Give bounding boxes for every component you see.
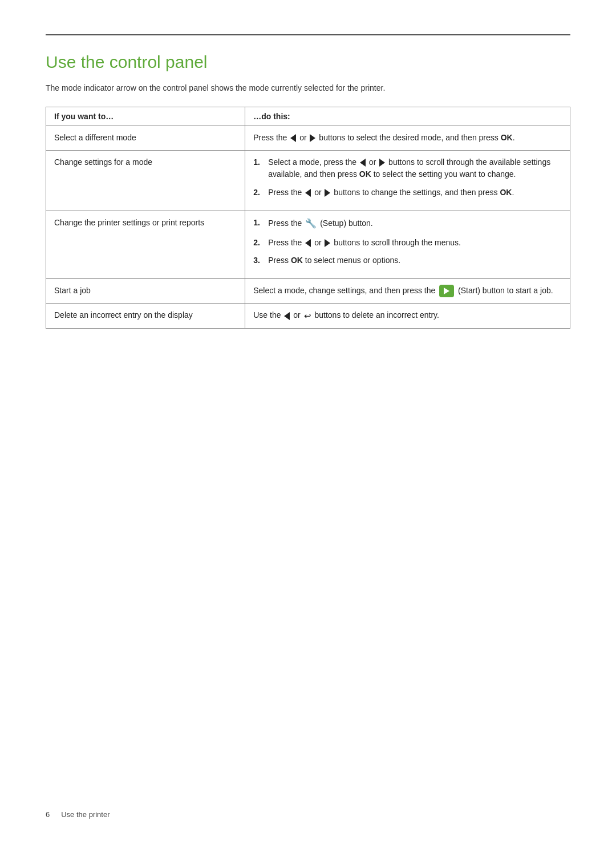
step-number: 3.	[253, 254, 266, 267]
row3-action: Change the printer settings or print rep…	[46, 211, 245, 278]
list-item: 3. Press OK to select menus or options.	[253, 254, 562, 267]
step-text: Press the or buttons to scroll through t…	[268, 237, 461, 249]
list-item: 2. Press the or buttons to scroll throug…	[253, 237, 562, 249]
control-panel-table: If you want to… …do this: Select a diffe…	[46, 107, 570, 329]
row2-description: 1. Select a mode, press the or buttons t…	[245, 150, 570, 211]
right-arrow-icon	[379, 159, 385, 167]
list-item: 1. Press the 🔧 (Setup) button.	[253, 217, 562, 231]
start-play-icon	[444, 288, 449, 294]
table-row: Start a job Select a mode, change settin…	[46, 278, 570, 303]
right-arrow-icon	[325, 189, 330, 197]
table-header-col1: If you want to…	[46, 107, 245, 126]
list-item: 2. Press the or buttons to change the se…	[253, 187, 562, 199]
steps-list: 1. Press the 🔧 (Setup) button. 2. Press …	[253, 217, 562, 267]
left-arrow-icon	[284, 312, 290, 320]
row1-action: Select a different mode	[46, 126, 245, 151]
table-row: Change settings for a mode 1. Select a m…	[46, 150, 570, 211]
page-footer: 6 Use the printer	[46, 810, 110, 819]
right-arrow-icon	[310, 134, 315, 142]
step-number: 2.	[253, 237, 266, 249]
row5-description: Use the or ↩ buttons to delete an incorr…	[245, 304, 570, 329]
steps-list: 1. Select a mode, press the or buttons t…	[253, 156, 562, 199]
row4-action: Start a job	[46, 278, 245, 303]
start-button-icon	[439, 285, 454, 297]
right-arrow-icon	[325, 239, 330, 247]
table-header-col2: …do this:	[245, 107, 570, 126]
step-text: Select a mode, press the or buttons to s…	[268, 156, 562, 181]
footer-label: Use the printer	[61, 810, 110, 819]
step-number: 1.	[253, 156, 266, 169]
table-row: Change the printer settings or print rep…	[46, 211, 570, 278]
step-text: Press the 🔧 (Setup) button.	[268, 217, 373, 231]
row4-description: Select a mode, change settings, and then…	[245, 278, 570, 303]
undo-arrow-icon: ↩	[304, 309, 311, 322]
table-row: Select a different mode Press the or but…	[46, 126, 570, 151]
row1-description: Press the or buttons to select the desir…	[245, 126, 570, 151]
intro-text: The mode indicator arrow on the control …	[46, 82, 570, 94]
left-arrow-icon	[305, 189, 311, 197]
table-row: Delete an incorrect entry on the display…	[46, 304, 570, 329]
step-number: 1.	[253, 217, 266, 229]
left-arrow-icon	[290, 134, 296, 142]
row2-action: Change settings for a mode	[46, 150, 245, 211]
step-text: Press OK to select menus or options.	[268, 254, 400, 267]
row5-action: Delete an incorrect entry on the display	[46, 304, 245, 329]
footer-page-number: 6	[46, 810, 50, 819]
list-item: 1. Select a mode, press the or buttons t…	[253, 156, 562, 181]
left-arrow-icon	[360, 159, 366, 167]
setup-icon: 🔧	[305, 217, 317, 231]
page-title: Use the control panel	[46, 52, 570, 72]
left-arrow-icon	[305, 239, 311, 247]
top-rule	[46, 34, 570, 35]
step-text: Press the or buttons to change the setti…	[268, 187, 514, 199]
step-number: 2.	[253, 187, 266, 199]
row3-description: 1. Press the 🔧 (Setup) button. 2. Press …	[245, 211, 570, 278]
